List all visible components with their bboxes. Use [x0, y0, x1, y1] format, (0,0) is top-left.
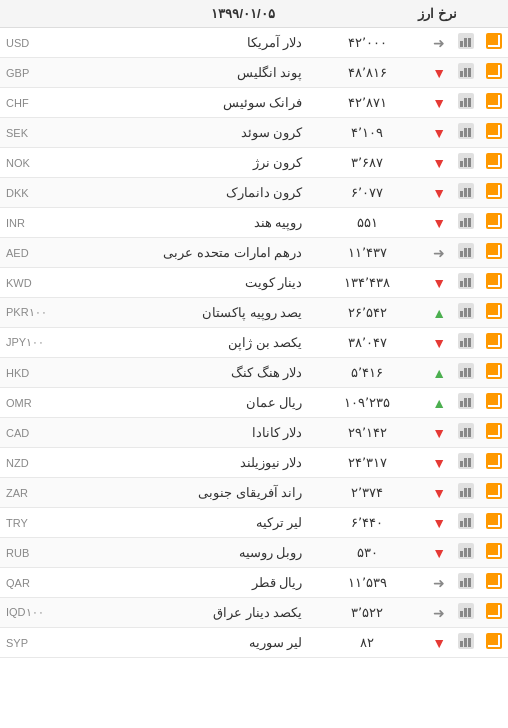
rss-icon-cell[interactable]	[480, 298, 508, 328]
rss-icon[interactable]	[486, 123, 502, 139]
rss-icon[interactable]	[486, 363, 502, 379]
chart-icon[interactable]	[458, 423, 474, 439]
rss-icon[interactable]	[486, 63, 502, 79]
chart-icon-cell[interactable]	[452, 568, 480, 598]
chart-icon-cell[interactable]	[452, 238, 480, 268]
chart-icon[interactable]	[458, 393, 474, 409]
chart-icon-cell[interactable]	[452, 478, 480, 508]
rss-icon-cell[interactable]	[480, 28, 508, 58]
rss-icon[interactable]	[486, 543, 502, 559]
rss-icon-cell[interactable]	[480, 508, 508, 538]
rss-icon[interactable]	[486, 93, 502, 109]
rss-icon[interactable]	[486, 573, 502, 589]
rss-icon-cell[interactable]	[480, 118, 508, 148]
rss-icon[interactable]	[486, 483, 502, 499]
chart-icon-cell[interactable]	[452, 448, 480, 478]
chart-icon[interactable]	[458, 33, 474, 49]
rss-icon-cell[interactable]	[480, 58, 508, 88]
rss-icon[interactable]	[486, 333, 502, 349]
chart-icon[interactable]	[458, 93, 474, 109]
rss-icon-cell[interactable]	[480, 538, 508, 568]
rss-icon[interactable]	[486, 243, 502, 259]
table-row: ▼۴۸٬۸۱۶پوند انگلیسGBP	[0, 58, 508, 88]
chart-icon[interactable]	[458, 63, 474, 79]
rss-icon[interactable]	[486, 633, 502, 649]
currency-value: ۸۲	[308, 628, 426, 658]
chart-icon-cell[interactable]	[452, 508, 480, 538]
chart-icon[interactable]	[458, 513, 474, 529]
rss-icon-cell[interactable]	[480, 148, 508, 178]
rss-icon-cell[interactable]	[480, 388, 508, 418]
chart-icon[interactable]	[458, 213, 474, 229]
rss-icon-cell[interactable]	[480, 358, 508, 388]
currency-code: AED	[0, 238, 86, 268]
chart-icon-cell[interactable]	[452, 358, 480, 388]
chart-icon-cell[interactable]	[452, 598, 480, 628]
chart-icon[interactable]	[458, 243, 474, 259]
chart-icon[interactable]	[458, 543, 474, 559]
chart-icon-cell[interactable]	[452, 178, 480, 208]
rss-icon[interactable]	[486, 513, 502, 529]
chart-icon[interactable]	[458, 483, 474, 499]
rss-icon-cell[interactable]	[480, 448, 508, 478]
table-row: ▲۲۶٬۵۴۲یصد روپیه پاکستانPKR۱۰۰	[0, 298, 508, 328]
rss-icon-cell[interactable]	[480, 628, 508, 658]
chart-icon-cell[interactable]	[452, 388, 480, 418]
rss-icon[interactable]	[486, 393, 502, 409]
arrow-down-icon: ▼	[432, 215, 446, 231]
rss-icon-cell[interactable]	[480, 268, 508, 298]
chart-icon[interactable]	[458, 153, 474, 169]
rss-icon-cell[interactable]	[480, 88, 508, 118]
rss-icon-cell[interactable]	[480, 418, 508, 448]
rss-icon[interactable]	[486, 423, 502, 439]
chart-icon[interactable]	[458, 303, 474, 319]
rss-icon[interactable]	[486, 603, 502, 619]
rss-icon-cell[interactable]	[480, 238, 508, 268]
rss-icon-cell[interactable]	[480, 598, 508, 628]
rss-icon[interactable]	[486, 153, 502, 169]
rss-icon[interactable]	[486, 273, 502, 289]
arrow-neutral-icon: ➜	[433, 605, 445, 621]
chart-icon-cell[interactable]	[452, 28, 480, 58]
currency-value: ۵۳۰	[308, 538, 426, 568]
table-row: ▼۲۹٬۱۴۲دلار کاناداCAD	[0, 418, 508, 448]
chart-icon-cell[interactable]	[452, 148, 480, 178]
currency-code: QAR	[0, 568, 86, 598]
chart-icon[interactable]	[458, 633, 474, 649]
chart-icon[interactable]	[458, 273, 474, 289]
chart-icon-cell[interactable]	[452, 628, 480, 658]
rss-icon[interactable]	[486, 303, 502, 319]
rss-icon-cell[interactable]	[480, 478, 508, 508]
chart-icon[interactable]	[458, 453, 474, 469]
arrow-down-icon: ▼	[432, 155, 446, 171]
rss-icon-cell[interactable]	[480, 178, 508, 208]
chart-icon-cell[interactable]	[452, 268, 480, 298]
chart-icon-cell[interactable]	[452, 418, 480, 448]
rss-icon[interactable]	[486, 183, 502, 199]
chart-icon[interactable]	[458, 333, 474, 349]
chart-icon[interactable]	[458, 123, 474, 139]
direction-arrow: ▼	[426, 538, 452, 568]
chart-icon-cell[interactable]	[452, 298, 480, 328]
rss-icon[interactable]	[486, 453, 502, 469]
chart-icon-cell[interactable]	[452, 58, 480, 88]
rss-icon-cell[interactable]	[480, 208, 508, 238]
rss-icon-cell[interactable]	[480, 328, 508, 358]
table-row: ▼۴۲٬۸۷۱فرانک سوئیسCHF	[0, 88, 508, 118]
chart-icon-cell[interactable]	[452, 208, 480, 238]
chart-icon[interactable]	[458, 183, 474, 199]
rss-icon[interactable]	[486, 33, 502, 49]
chart-icon-cell[interactable]	[452, 88, 480, 118]
rss-icon-cell[interactable]	[480, 568, 508, 598]
chart-icon-cell[interactable]	[452, 328, 480, 358]
chart-icon[interactable]	[458, 363, 474, 379]
currency-code: SEK	[0, 118, 86, 148]
arrow-neutral-icon: ➜	[433, 35, 445, 51]
chart-icon-cell[interactable]	[452, 118, 480, 148]
arrow-down-icon: ▼	[432, 515, 446, 531]
chart-icon[interactable]	[458, 603, 474, 619]
rss-icon[interactable]	[486, 213, 502, 229]
table-row: ▲۱۰۹٬۲۳۵ریال عمانOMR	[0, 388, 508, 418]
chart-icon-cell[interactable]	[452, 538, 480, 568]
chart-icon[interactable]	[458, 573, 474, 589]
